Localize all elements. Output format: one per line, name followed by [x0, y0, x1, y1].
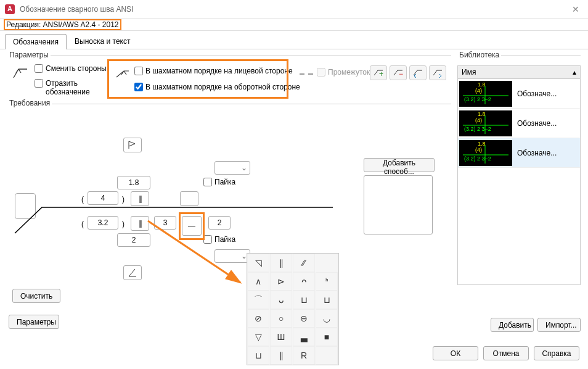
palette-cell[interactable]: ◡ [316, 309, 338, 328]
group-params-label: Параметры [7, 51, 51, 59]
symbol-palette: ◹ ∥ ⁄⁄ ∧ ⊳ ᴖ ᑋ ⌒ ᴗ ⊔ ⊔ ⊘ ○ ⊖ ◡ ▽ Ш ▃ ■ ⊔… [247, 253, 339, 365]
chk-gap-label: Промежуток [328, 68, 370, 77]
library-item-label: Обозначе... [517, 89, 557, 98]
palette-cell[interactable]: ᑋ [316, 272, 338, 291]
btn-clear[interactable]: Очистить [12, 289, 60, 303]
palette-cell[interactable]: ⌒ [247, 291, 269, 309]
inp-2b[interactable] [208, 216, 231, 230]
leader-icon [12, 65, 30, 82]
palette-cell[interactable]: ⊳ [270, 272, 292, 291]
revision-text: Редакция: ANSI/AWS A2.4 - 2012 [4, 19, 121, 30]
library-item-label: Обозначе... [517, 119, 557, 128]
close-icon[interactable]: ✕ [568, 3, 583, 15]
palette-cell[interactable]: ⊘ [247, 309, 269, 328]
btn-library-add[interactable]: Добавить [491, 318, 534, 332]
btn-help[interactable]: Справка [534, 346, 579, 360]
btn-library-import[interactable]: Импорт... [537, 318, 581, 332]
tab-symbols[interactable]: Обозначения [5, 34, 67, 49]
palette-cell[interactable]: ▃ [293, 328, 315, 346]
sym-flag-bottom[interactable] [123, 265, 142, 280]
methods-list[interactable] [364, 175, 433, 234]
chk-swap-sides[interactable]: Сменить стороны [35, 64, 107, 73]
paren-close-2: ) [122, 220, 125, 228]
palette-cell[interactable]: ⁄⁄ [293, 254, 315, 272]
palette-cell[interactable] [316, 346, 338, 365]
palette-cell[interactable]: ◹ [247, 254, 269, 272]
btn-parameters[interactable]: Параметры [9, 315, 59, 329]
title-bar: Обозначение сварного шва ANSI ✕ [0, 0, 588, 19]
chk-solder-bottom-label: Пайка [214, 235, 235, 244]
palette-cell[interactable]: ■ [316, 328, 338, 346]
palette-cell[interactable]: ᴖ [293, 272, 315, 291]
palette-cell[interactable]: ○ [270, 309, 292, 328]
sym-weld-lower[interactable]: ‖ [131, 216, 149, 231]
requirements-canvas: ⌄ Пайка ( ) ‖ ( ) ‖ — Пайка ⌄ До [12, 116, 438, 301]
chk-gap[interactable]: Промежуток [317, 68, 370, 77]
svg-text:−: − [399, 70, 403, 78]
palette-cell[interactable]: ∥ [270, 346, 292, 365]
library-item[interactable]: 1.8 (4) (3.2) 2 3−2 Обозначе... [458, 79, 580, 109]
btn-add-method[interactable]: Добавить способ... [364, 158, 435, 172]
palette-cell[interactable]: ▽ [247, 328, 269, 346]
svg-text:+: + [379, 70, 383, 78]
toolbtn-weld-add[interactable]: + [370, 65, 387, 80]
palette-cell[interactable]: ⊖ [293, 309, 315, 328]
dialog-buttons: ОК Отмена Справка [433, 346, 579, 360]
library-panel: Имя ▴ 1.8 (4) (3.2) 2 3−2 Обозначе... 1.… [457, 65, 581, 332]
chk-swap-sides-label: Сменить стороны [46, 64, 107, 73]
inp-32[interactable] [88, 216, 118, 230]
library-item[interactable]: 1.8 (4) (3.2) 2 3−2 Обозначе... [458, 138, 580, 168]
palette-cell[interactable]: ⊔ [247, 346, 269, 365]
chk-mirror-label: Отразитьобозначение [46, 79, 90, 96]
highlight-dash [179, 212, 205, 240]
toolbtn-weld-left[interactable] [409, 65, 427, 80]
btn-ok[interactable]: ОК [433, 346, 478, 360]
inp-3[interactable] [154, 216, 176, 230]
chk-mirror[interactable]: Отразитьобозначение [35, 79, 90, 96]
highlight-stagger [107, 59, 288, 99]
library-header-label: Имя [462, 68, 476, 77]
tabs: Обозначения Выноска и текст [0, 31, 588, 49]
toolbtn-weld-remove[interactable]: − [390, 65, 407, 80]
library-item-label: Обозначе... [517, 149, 557, 157]
palette-cell[interactable]: ᴗ [270, 291, 292, 309]
triangle-up-icon: ▴ [573, 68, 576, 77]
palette-cell[interactable]: Ш [270, 328, 292, 346]
finish-select-top[interactable]: ⌄ [214, 161, 250, 175]
window-title: Обозначение сварного шва ANSI [20, 5, 568, 14]
library-item[interactable]: 1.8 (4) (3.2) 2 3−2 Обозначе... [458, 109, 580, 138]
app-icon [5, 4, 15, 14]
library-thumb: 1.8 (4) (3.2) 2 3−2 [459, 140, 512, 166]
library-list[interactable]: 1.8 (4) (3.2) 2 3−2 Обозначе... 1.8 (4) … [457, 79, 581, 285]
library-header[interactable]: Имя ▴ [457, 65, 581, 79]
leader-line [12, 184, 333, 239]
finish-select-bottom[interactable]: ⌄ [214, 249, 250, 263]
palette-cell[interactable]: ⊔ [316, 291, 338, 309]
btn-cancel[interactable]: Отмена [483, 346, 529, 360]
chk-solder-bottom[interactable]: Пайка [203, 235, 235, 244]
group-library-label: Библиотека [457, 51, 501, 59]
library-thumb: 1.8 (4) (3.2) 2 3−2 [459, 110, 512, 136]
toolbtn-weld-right[interactable] [429, 65, 446, 80]
paren-open-2: ( [81, 220, 84, 228]
gap-icon [300, 70, 313, 79]
tab-leader-text[interactable]: Выноска и текст [67, 33, 138, 49]
palette-cell[interactable]: ∧ [247, 272, 269, 291]
library-thumb: 1.8 (4) (3.2) 2 3−2 [459, 81, 512, 107]
revision-bar: Редакция: ANSI/AWS A2.4 - 2012 [0, 19, 588, 31]
group-requirements-label: Требования [7, 99, 52, 107]
sym-flag-top[interactable] [123, 138, 142, 152]
palette-cell[interactable]: R [293, 346, 315, 365]
palette-cell[interactable]: ⊔ [293, 291, 315, 309]
palette-cell[interactable]: ∥ [270, 254, 292, 272]
inp-2a[interactable] [117, 233, 150, 247]
